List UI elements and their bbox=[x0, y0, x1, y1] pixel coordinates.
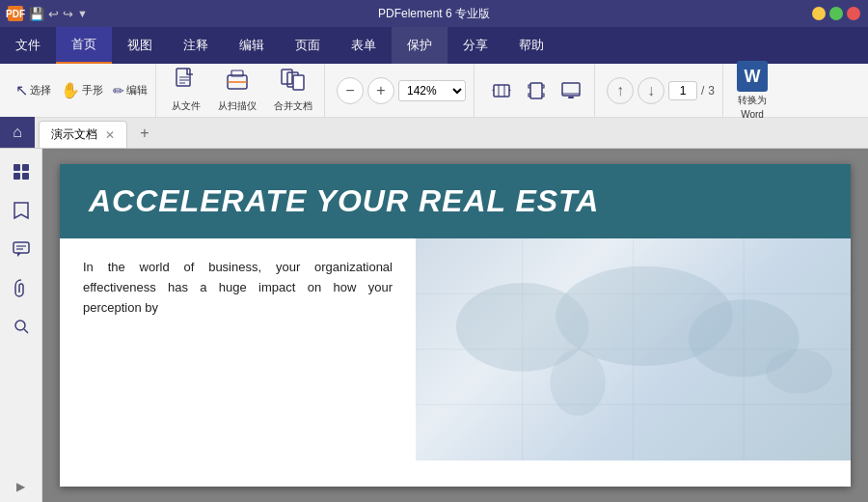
svg-rect-21 bbox=[14, 242, 29, 253]
select-icon: ↖ bbox=[15, 81, 28, 99]
convert-to-label: 转换为 bbox=[738, 94, 767, 107]
sidebar-attachment-button[interactable] bbox=[6, 272, 37, 303]
page-navigation: ↑ ↓ / 3 bbox=[599, 64, 723, 117]
menu-file[interactable]: 文件 bbox=[0, 27, 56, 64]
fullscreen-button[interactable] bbox=[556, 75, 586, 106]
home-tab-button[interactable]: ⌂ bbox=[0, 117, 35, 148]
sidebar-search-button[interactable] bbox=[6, 311, 37, 342]
edit-tool[interactable]: ✏ 编辑 bbox=[109, 81, 151, 100]
close-button[interactable] bbox=[847, 7, 860, 20]
svg-rect-16 bbox=[568, 97, 574, 98]
svg-rect-10 bbox=[494, 85, 509, 97]
left-sidebar: ▶ bbox=[0, 149, 42, 502]
from-file-label: 从文件 bbox=[172, 99, 201, 113]
pdf-body-text: In the world of business, your organizat… bbox=[83, 258, 393, 318]
zoom-select[interactable]: 142% 50% 75% 100% 125% 150% bbox=[398, 80, 466, 101]
hand-label: 手形 bbox=[82, 83, 103, 98]
pdf-image-column bbox=[416, 238, 851, 460]
tab-label: 演示文档 bbox=[51, 126, 97, 143]
svg-point-24 bbox=[15, 321, 25, 330]
app-title: PDFelement 6 专业版 bbox=[378, 6, 490, 22]
sidebar-comment-button[interactable] bbox=[6, 234, 37, 265]
menu-form[interactable]: 表单 bbox=[336, 27, 392, 64]
select-tool[interactable]: ↖ 选择 bbox=[12, 79, 55, 101]
main-area: ▶ ACCELERATE YOUR REAL ESTA In the world… bbox=[0, 149, 868, 502]
svg-rect-13 bbox=[530, 83, 542, 98]
undo-icon[interactable]: ↩ bbox=[48, 7, 59, 21]
svg-rect-18 bbox=[22, 164, 29, 171]
pdf-content-area: ACCELERATE YOUR REAL ESTA In the world o… bbox=[42, 149, 868, 502]
window-controls bbox=[812, 7, 860, 20]
select-label: 选择 bbox=[30, 83, 51, 98]
pdf-text-column: In the world of business, your organizat… bbox=[60, 238, 416, 460]
quick-access-dropdown[interactable]: ▼ bbox=[77, 8, 88, 19]
pdf-page: ACCELERATE YOUR REAL ESTA In the world o… bbox=[60, 164, 851, 487]
title-bar: PDF 💾 ↩ ↪ ▼ PDFelement 6 专业版 bbox=[0, 0, 868, 27]
word-export-button[interactable]: W 转换为 Word bbox=[727, 57, 777, 124]
hand-tool[interactable]: ✋ 手形 bbox=[57, 79, 107, 101]
page-input[interactable] bbox=[668, 81, 697, 100]
from-scanner-button[interactable]: 从扫描仪 bbox=[210, 64, 264, 117]
svg-point-29 bbox=[766, 349, 832, 394]
sidebar-bookmark-button[interactable] bbox=[6, 195, 37, 226]
zoom-out-button[interactable]: − bbox=[337, 77, 364, 104]
home-icon: ⌂ bbox=[13, 124, 22, 141]
maximize-button[interactable] bbox=[829, 7, 843, 20]
svg-rect-20 bbox=[22, 173, 29, 180]
title-bar-left: PDF 💾 ↩ ↪ ▼ bbox=[8, 6, 88, 21]
merge-button[interactable]: 合并文档 bbox=[266, 64, 320, 117]
redo-icon[interactable]: ↪ bbox=[63, 7, 73, 21]
zoom-controls: − + 142% 50% 75% 100% 125% 150% bbox=[329, 64, 475, 117]
merge-icon bbox=[280, 68, 307, 98]
sidebar-thumbnail-button[interactable] bbox=[6, 156, 37, 187]
merge-label: 合并文档 bbox=[274, 99, 312, 113]
menu-page[interactable]: 页面 bbox=[280, 27, 336, 64]
tab-document[interactable]: 演示文档 ✕ bbox=[39, 121, 127, 148]
tab-bar: ⌂ 演示文档 ✕ + bbox=[0, 118, 868, 149]
menu-help[interactable]: 帮助 bbox=[503, 27, 559, 64]
hand-icon: ✋ bbox=[61, 81, 80, 99]
svg-rect-17 bbox=[14, 164, 20, 171]
view-controls bbox=[478, 64, 595, 117]
svg-line-25 bbox=[24, 329, 28, 333]
svg-point-30 bbox=[550, 349, 605, 416]
new-tab-button[interactable]: + bbox=[133, 122, 156, 145]
menu-edit[interactable]: 编辑 bbox=[224, 27, 280, 64]
app-icon: PDF bbox=[8, 6, 23, 21]
svg-rect-19 bbox=[14, 173, 20, 180]
page-up-button[interactable]: ↑ bbox=[607, 77, 634, 104]
from-scanner-label: 从扫描仪 bbox=[218, 99, 257, 113]
pdf-banner: ACCELERATE YOUR REAL ESTA bbox=[60, 164, 851, 238]
fit-page-button[interactable] bbox=[521, 75, 552, 106]
from-file-icon bbox=[175, 68, 198, 98]
from-file-button[interactable]: 从文件 bbox=[164, 64, 208, 117]
pdf-title: ACCELERATE YOUR REAL ESTA bbox=[89, 183, 599, 219]
page-total: 3 bbox=[708, 84, 715, 98]
minimize-button[interactable] bbox=[812, 7, 826, 20]
tool-selection-group: ↖ 选择 ✋ 手形 ✏ 编辑 bbox=[8, 64, 156, 117]
edit-icon: ✏ bbox=[113, 83, 124, 98]
word-icon: W bbox=[737, 61, 768, 92]
quick-access-toolbar: 💾 ↩ ↪ ▼ bbox=[29, 7, 88, 21]
sidebar-expand-button[interactable]: ▶ bbox=[14, 479, 29, 494]
menu-home[interactable]: 首页 bbox=[56, 27, 112, 64]
save-icon[interactable]: 💾 bbox=[29, 7, 44, 21]
toolbar: ↖ 选择 ✋ 手形 ✏ 编辑 从文件 bbox=[0, 64, 868, 118]
fit-width-button[interactable] bbox=[486, 75, 517, 106]
scanner-icon bbox=[224, 68, 251, 98]
menu-share[interactable]: 分享 bbox=[448, 27, 503, 64]
edit-label: 编辑 bbox=[126, 83, 148, 98]
tab-close-button[interactable]: ✕ bbox=[105, 128, 115, 142]
menu-view[interactable]: 视图 bbox=[112, 27, 168, 64]
page-separator: / bbox=[701, 84, 704, 98]
page-down-button[interactable]: ↓ bbox=[637, 77, 665, 104]
create-group: 从文件 从扫描仪 合并文档 bbox=[160, 64, 325, 117]
zoom-in-button[interactable]: + bbox=[367, 77, 394, 104]
svg-rect-9 bbox=[293, 75, 304, 90]
menu-comment[interactable]: 注释 bbox=[168, 27, 224, 64]
menu-protect[interactable]: 保护 bbox=[392, 27, 448, 64]
pdf-body: In the world of business, your organizat… bbox=[60, 238, 851, 460]
